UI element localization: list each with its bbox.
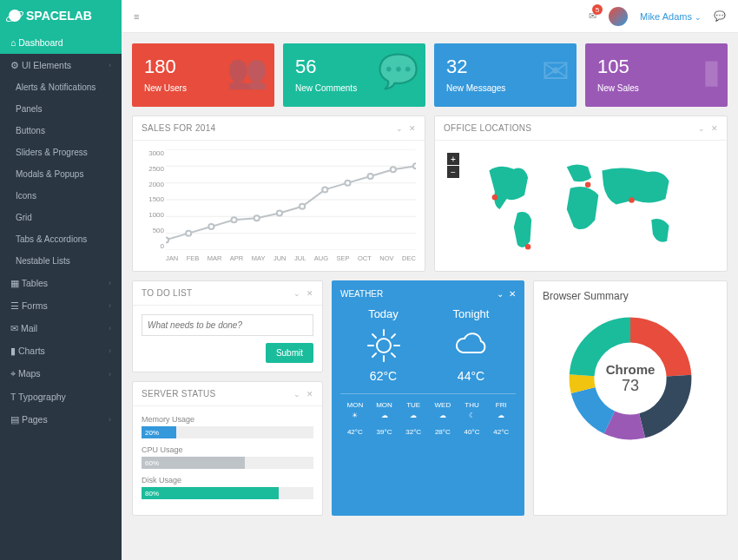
todo-title: TO DO LIST: [142, 288, 192, 298]
svg-point-14: [322, 187, 327, 192]
weather-today-label: Today: [366, 307, 401, 320]
weather-panel: WEATHER ⌄ ✕ Today 62°C Tonight: [332, 280, 524, 516]
collapse-icon[interactable]: ⌄: [293, 289, 300, 298]
panel-controls: ⌄ ✕: [396, 124, 416, 133]
brand-text: SPACELAB: [26, 9, 92, 23]
todo-input[interactable]: [142, 314, 313, 336]
svg-point-18: [413, 163, 416, 168]
sidebar-item-tables[interactable]: ▦ Tables›: [0, 272, 122, 294]
world-map[interactable]: + −: [444, 149, 718, 262]
chat-icon[interactable]: 💬: [714, 10, 726, 22]
today-temp: 62°C: [366, 369, 401, 383]
topbar: ≡ ✉ 5 Mike Adams ⌄ 💬: [122, 0, 738, 33]
svg-point-17: [391, 167, 396, 172]
sidebar-item-modals-popups[interactable]: Modals & Popups: [0, 163, 122, 185]
notif-badge: 5: [592, 4, 603, 15]
username-dropdown[interactable]: Mike Adams ⌄: [640, 11, 702, 22]
svg-point-8: [186, 231, 191, 236]
sidebar-item-grid[interactable]: Grid: [0, 207, 122, 228]
stat-card-new-comments[interactable]: 56New Comments💬: [283, 43, 425, 107]
sales-title: SALES FOR 2014: [142, 123, 215, 133]
sidebar-item-pages[interactable]: ▤ Pages›: [0, 408, 122, 431]
avatar[interactable]: [609, 7, 628, 26]
sidebar-item-sliders-progress[interactable]: Sliders & Progress: [0, 142, 122, 163]
collapse-icon[interactable]: ⌄: [293, 390, 300, 399]
todo-panel: TO DO LIST ⌄✕ Submit: [132, 280, 323, 372]
collapse-icon[interactable]: ⌄: [698, 124, 705, 133]
sidebar-item-nestable-lists[interactable]: Nestable Lists: [0, 250, 122, 272]
sales-panel: SALES FOR 2014 ⌄ ✕ 300025002000150010005…: [132, 115, 425, 272]
zoom-out-icon[interactable]: −: [447, 166, 459, 178]
sidebar-item-tabs-accordions[interactable]: Tabs & Accordions: [0, 228, 122, 250]
svg-point-12: [277, 210, 282, 215]
weather-tonight-label: Tonight: [452, 307, 491, 320]
sidebar-item-maps[interactable]: ⌖ Maps›: [0, 362, 122, 385]
brand[interactable]: SPACELAB: [0, 0, 122, 31]
weather-title: WEATHER: [340, 289, 383, 299]
svg-point-15: [345, 181, 350, 186]
svg-point-19: [492, 194, 498, 201]
svg-point-11: [254, 215, 260, 221]
svg-line-28: [372, 334, 376, 338]
menu-toggle-icon[interactable]: ≡: [134, 11, 139, 22]
nav-list: ⌂ Dashboard⚙ UI Elements›Alerts & Notifi…: [0, 31, 122, 431]
svg-point-21: [629, 197, 635, 203]
collapse-icon[interactable]: ⌄: [396, 124, 403, 133]
sidebar-item-panels[interactable]: Panels: [0, 98, 122, 120]
svg-point-22: [525, 244, 531, 250]
close-icon[interactable]: ✕: [409, 124, 416, 133]
browser-summary-panel: Browser Summary Chrome 73: [533, 280, 728, 516]
sidebar-item-typography[interactable]: T Typography: [0, 385, 122, 408]
submit-button[interactable]: Submit: [266, 343, 313, 363]
donut-center-name: Chrome: [606, 362, 656, 377]
svg-point-13: [300, 204, 305, 209]
svg-line-29: [392, 353, 395, 357]
sidebar: SPACELAB ⌂ Dashboard⚙ UI Elements›Alerts…: [0, 0, 122, 560]
cloud-icon: [452, 327, 491, 364]
stat-card-new-messages[interactable]: 32New Messages✉: [434, 43, 577, 107]
collapse-icon[interactable]: ⌄: [497, 289, 504, 299]
map-panel: OFFICE LOCATIONS ⌄✕ + −: [434, 115, 728, 272]
sidebar-item-mail[interactable]: ✉ Mail›: [0, 317, 122, 339]
notifications-button[interactable]: ✉ 5: [589, 10, 596, 22]
sidebar-item-forms[interactable]: ☰ Forms›: [0, 294, 122, 317]
planet-icon: [9, 10, 21, 22]
svg-point-7: [166, 237, 168, 242]
zoom-in-icon[interactable]: +: [447, 153, 459, 165]
close-icon[interactable]: ✕: [306, 390, 313, 399]
stat-cards-row: 180New Users👥56New Comments💬32New Messag…: [132, 43, 728, 107]
close-icon[interactable]: ✕: [509, 289, 516, 299]
svg-point-20: [585, 181, 591, 188]
server-title: SERVER STATUS: [142, 389, 216, 399]
tonight-temp: 44°C: [452, 369, 491, 383]
sales-chart: 300025002000150010005000 JANFEBMARAPRMAY…: [142, 149, 416, 262]
close-icon[interactable]: ✕: [711, 124, 718, 133]
svg-line-30: [392, 334, 395, 338]
browser-title: Browser Summary: [543, 290, 718, 302]
stat-card-new-sales[interactable]: 105New Sales▮: [585, 43, 728, 107]
sidebar-item-dashboard[interactable]: ⌂ Dashboard: [0, 31, 122, 54]
svg-line-31: [372, 353, 376, 357]
svg-point-16: [368, 174, 373, 179]
sun-icon: [366, 327, 401, 364]
sidebar-item-buttons[interactable]: Buttons: [0, 120, 122, 142]
svg-point-9: [208, 224, 214, 229]
map-title: OFFICE LOCATIONS: [444, 123, 531, 133]
sidebar-item-ui-elements[interactable]: ⚙ UI Elements›: [0, 54, 122, 76]
donut-center-value: 73: [606, 377, 656, 395]
sidebar-item-icons[interactable]: Icons: [0, 185, 122, 207]
close-icon[interactable]: ✕: [306, 289, 313, 298]
stat-card-new-users[interactable]: 180New Users👥: [132, 43, 274, 107]
sidebar-item-alerts-notifications[interactable]: Alerts & Notifications: [0, 76, 122, 98]
sidebar-item-charts[interactable]: ▮ Charts›: [0, 339, 122, 362]
server-status-panel: SERVER STATUS ⌄✕ Memory Usage20%CPU Usag…: [132, 381, 323, 516]
svg-point-23: [377, 339, 391, 352]
svg-point-10: [231, 217, 236, 222]
